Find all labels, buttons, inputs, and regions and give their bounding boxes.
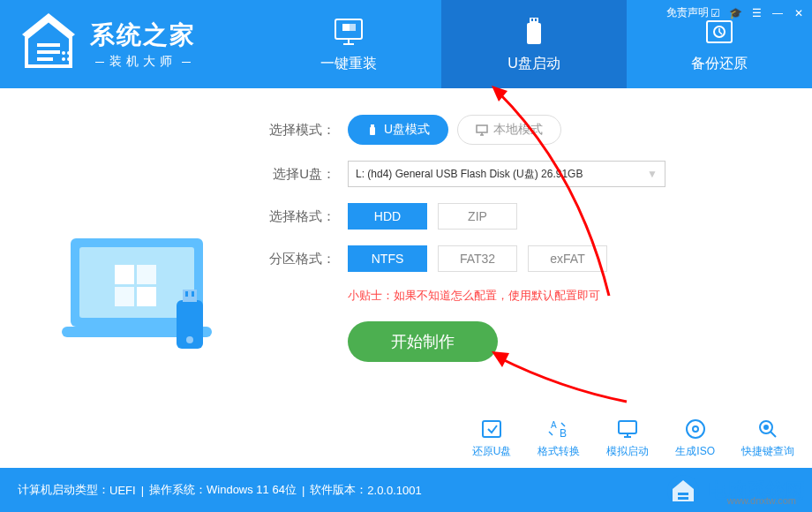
svg-rect-10 — [530, 18, 538, 23]
tab-label: 备份还原 — [691, 55, 748, 73]
tool-generate-iso[interactable]: 生成ISO — [675, 418, 715, 459]
illustration — [35, 115, 247, 468]
tip-text: 小贴士：如果不知道怎么配置，使用默认配置即可 — [348, 288, 777, 304]
tab-label: 一键重装 — [320, 55, 377, 73]
disclaimer-link[interactable]: 免责声明 ☑ — [666, 5, 720, 20]
svg-rect-34 — [619, 421, 636, 433]
tab-reinstall[interactable]: 一键重装 — [256, 0, 441, 88]
disk-select[interactable]: L: (hd4) General USB Flash Disk (U盘) 26.… — [348, 161, 665, 187]
format-hdd-button[interactable]: HDD — [348, 203, 427, 230]
svg-rect-0 — [37, 43, 60, 47]
simulate-icon — [616, 418, 639, 440]
format-label: 选择格式： — [265, 208, 335, 225]
tool-restore-usb[interactable]: 还原U盘 — [472, 418, 512, 459]
tab-usb-boot[interactable]: U盘启动 — [441, 0, 627, 88]
usb-icon — [518, 16, 550, 48]
mode-label: 选择模式： — [265, 122, 335, 139]
status-bar: 计算机启动类型： UEFI | 操作系统： Windows 11 64位 | 软… — [0, 468, 812, 512]
close-button[interactable]: ✕ — [793, 7, 805, 19]
svg-rect-12 — [531, 19, 533, 21]
usb-small-icon — [366, 124, 379, 136]
svg-rect-25 — [185, 291, 188, 297]
svg-rect-28 — [371, 124, 374, 127]
logo-area: 系统之家 装机大师 — [0, 13, 256, 75]
svg-rect-21 — [137, 287, 156, 306]
svg-point-35 — [687, 420, 704, 438]
restore-icon — [480, 418, 503, 440]
brand-title: 系统之家 — [90, 19, 196, 52]
svg-rect-29 — [370, 127, 375, 135]
svg-rect-24 — [183, 290, 197, 302]
svg-point-6 — [67, 57, 71, 61]
config-form: 选择模式： U盘模式 本地模式 选择U盘： L: (hd4) General U… — [247, 115, 777, 468]
svg-text:A: A — [551, 420, 557, 430]
svg-point-4 — [67, 51, 71, 55]
iso-icon — [684, 418, 707, 440]
svg-rect-2 — [37, 57, 53, 61]
tool-hotkey-query[interactable]: 快捷键查询 — [741, 418, 794, 459]
disk-label: 选择U盘： — [265, 166, 335, 183]
dropdown-arrow-icon: ▼ — [647, 168, 658, 180]
svg-rect-9 — [350, 25, 355, 30]
svg-text:B: B — [560, 427, 567, 440]
os-value: Windows 11 64位 — [207, 482, 297, 498]
svg-point-38 — [764, 425, 768, 429]
graduation-icon[interactable]: 🎓 — [729, 7, 741, 19]
convert-icon: AB — [547, 418, 570, 440]
boot-type-value: UEFI — [109, 484, 136, 497]
tools-bar: 还原U盘 AB 格式转换 模拟启动 生成ISO 快捷键查询 — [472, 418, 794, 459]
version-label: 软件版本： — [310, 482, 367, 498]
format-zip-button[interactable]: ZIP — [438, 203, 517, 230]
partition-exfat-button[interactable]: exFAT — [528, 245, 607, 272]
main-content: 选择模式： U盘模式 本地模式 选择U盘： L: (hd4) General U… — [0, 88, 812, 468]
monitor-icon — [333, 16, 365, 48]
tab-label: U盘启动 — [508, 55, 560, 73]
usb-mode-button[interactable]: U盘模式 — [348, 115, 448, 145]
brand-subtitle: 装机大师 — [90, 54, 196, 70]
logo-icon — [18, 13, 79, 75]
window-controls: 免责声明 ☑ 🎓 ☰ — ✕ — [666, 5, 805, 20]
svg-rect-19 — [137, 265, 156, 284]
version-value: 2.0.0.1001 — [367, 484, 421, 497]
svg-rect-30 — [477, 125, 487, 132]
partition-ntfs-button[interactable]: NTFS — [348, 245, 427, 272]
svg-rect-8 — [343, 25, 349, 30]
svg-point-36 — [693, 426, 698, 432]
hotkey-icon — [756, 418, 779, 440]
svg-rect-26 — [192, 291, 194, 297]
partition-label: 分区格式： — [265, 251, 335, 267]
start-button[interactable]: 开始制作 — [348, 321, 498, 362]
app-header: 系统之家 装机大师 一键重装 U盘启动 备份还原 免责声明 ☑ 🎓 ☰ — ✕ — [0, 0, 812, 88]
svg-rect-1 — [37, 50, 60, 54]
partition-fat32-button[interactable]: FAT32 — [438, 245, 517, 272]
svg-rect-31 — [483, 421, 500, 437]
menu-icon[interactable]: ☰ — [750, 7, 763, 19]
svg-rect-13 — [535, 19, 537, 21]
svg-rect-18 — [115, 265, 134, 284]
os-label: 操作系统： — [149, 482, 207, 498]
svg-rect-11 — [527, 23, 541, 44]
minimize-button[interactable]: — — [771, 7, 784, 19]
tool-format-convert[interactable]: AB 格式转换 — [538, 418, 580, 459]
svg-rect-20 — [115, 287, 134, 306]
local-mode-button[interactable]: 本地模式 — [457, 115, 561, 145]
tool-simulate-boot[interactable]: 模拟启动 — [606, 418, 649, 459]
svg-point-5 — [62, 57, 65, 61]
monitor-small-icon — [476, 124, 488, 136]
svg-point-27 — [186, 336, 193, 343]
svg-point-3 — [62, 51, 65, 55]
boot-type-label: 计算机启动类型： — [18, 482, 109, 498]
laptop-usb-icon — [53, 230, 229, 388]
